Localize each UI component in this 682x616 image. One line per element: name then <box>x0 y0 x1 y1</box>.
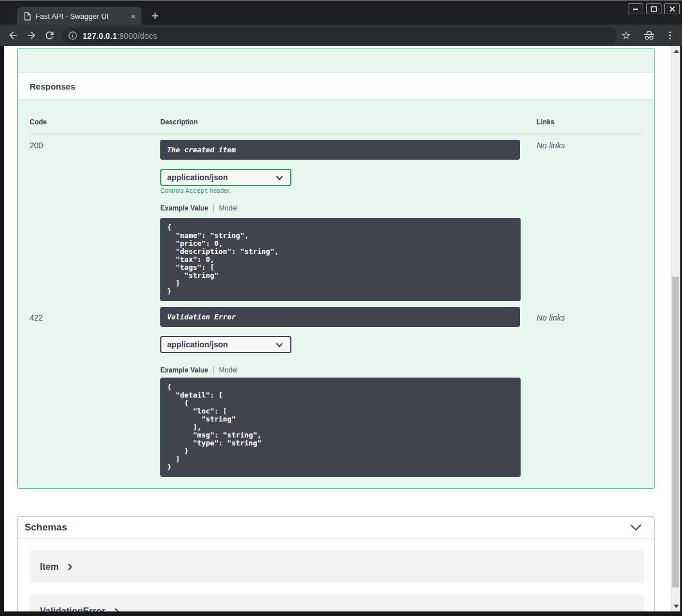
maximize-icon <box>651 6 657 12</box>
media-type-select-200[interactable]: application/json <box>160 169 291 186</box>
tab-model[interactable]: Model <box>219 204 238 212</box>
example-json-422: { "detail": [ { "loc": [ "string" ], "ms… <box>160 378 521 477</box>
tab-divider <box>213 204 214 212</box>
close-icon <box>669 6 675 12</box>
schemas-section: Schemas Item ValidationError <box>17 516 655 611</box>
tab-model[interactable]: Model <box>219 366 238 374</box>
column-header-description: Description <box>160 118 198 126</box>
close-button[interactable] <box>664 3 680 14</box>
page-scrollbar[interactable] <box>671 46 680 611</box>
response-code-200: 200 <box>30 141 43 150</box>
minimize-icon <box>632 6 639 12</box>
schema-model-item[interactable]: Item <box>30 550 644 583</box>
page-favicon-icon <box>24 12 31 21</box>
tab-close-icon[interactable]: × <box>129 12 137 21</box>
window-titlebar[interactable]: Fast API - Swagger UI × + <box>0 0 682 25</box>
media-type-value-200: application/json <box>167 173 228 182</box>
schemas-header[interactable]: Schemas <box>18 517 654 538</box>
chevron-right-icon <box>114 607 119 612</box>
responses-section-header: Responses <box>18 72 654 100</box>
response-200-description-box: The created item <box>160 140 520 160</box>
links-value-200: No links <box>537 141 565 150</box>
schema-name: ValidationError <box>40 606 105 612</box>
schemas-title: Schemas <box>25 522 67 533</box>
post-operation-panel: Responses Code Description Links 200 The… <box>17 48 655 489</box>
maximize-button[interactable] <box>646 3 661 14</box>
media-type-value-422: application/json <box>167 340 228 349</box>
response-200-description: The created item <box>167 145 236 154</box>
response-422-description-box: Validation Error <box>160 307 520 327</box>
bookmark-star-icon[interactable] <box>621 30 631 40</box>
menu-dots-icon[interactable] <box>665 30 675 40</box>
browser-toolbar: 127.0.0.1:8000/docs <box>0 25 682 46</box>
schema-name: Item <box>40 562 59 572</box>
tab-title: Fast API - Swagger UI <box>35 12 125 21</box>
response-422-description: Validation Error <box>167 313 236 321</box>
address-bar[interactable]: 127.0.0.1:8000/docs <box>62 27 617 44</box>
swagger-page: Responses Code Description Links 200 The… <box>4 46 680 611</box>
new-tab-button[interactable]: + <box>147 8 163 24</box>
column-header-links: Links <box>537 118 554 126</box>
chevron-down-icon <box>275 175 283 181</box>
chevron-down-icon <box>275 342 283 348</box>
url-host: 127.0.0.1 <box>83 31 117 40</box>
scrollbar-up-arrow-icon[interactable] <box>673 50 679 53</box>
forward-button[interactable] <box>26 30 37 41</box>
responses-title: Responses <box>30 82 75 91</box>
minimize-button[interactable] <box>628 3 643 14</box>
url-path: :8000/docs <box>117 31 157 40</box>
window-controls <box>628 3 680 14</box>
scrollbar-down-arrow-icon[interactable] <box>673 605 679 608</box>
example-model-tabs-422: Example Value Model <box>160 365 238 375</box>
refresh-button[interactable] <box>44 30 55 41</box>
table-header-divider <box>30 133 643 133</box>
chevron-down-icon[interactable] <box>629 524 643 532</box>
example-model-tabs-200: Example Value Model <box>160 203 238 213</box>
response-code-422: 422 <box>30 313 43 322</box>
schema-model-validationerror[interactable]: ValidationError <box>30 595 644 611</box>
back-button[interactable] <box>7 30 19 41</box>
url-text: 127.0.0.1:8000/docs <box>83 31 157 40</box>
tab-example-value[interactable]: Example Value <box>160 204 208 212</box>
browser-tab[interactable]: Fast API - Swagger UI × <box>17 7 141 26</box>
tab-divider <box>213 366 214 374</box>
media-type-select-422[interactable]: application/json <box>160 336 291 353</box>
column-header-code: Code <box>30 118 47 126</box>
site-info-icon[interactable] <box>68 31 78 40</box>
incognito-icon <box>643 31 655 40</box>
links-value-422: No links <box>537 313 565 322</box>
chevron-right-icon <box>67 563 72 571</box>
example-json-200: { "name": "string", "price": 0, "descrip… <box>160 218 521 301</box>
scrollbar-thumb[interactable] <box>672 277 679 587</box>
tab-example-value[interactable]: Example Value <box>160 366 208 374</box>
accept-header-note: Controls Accept header. <box>160 187 231 194</box>
